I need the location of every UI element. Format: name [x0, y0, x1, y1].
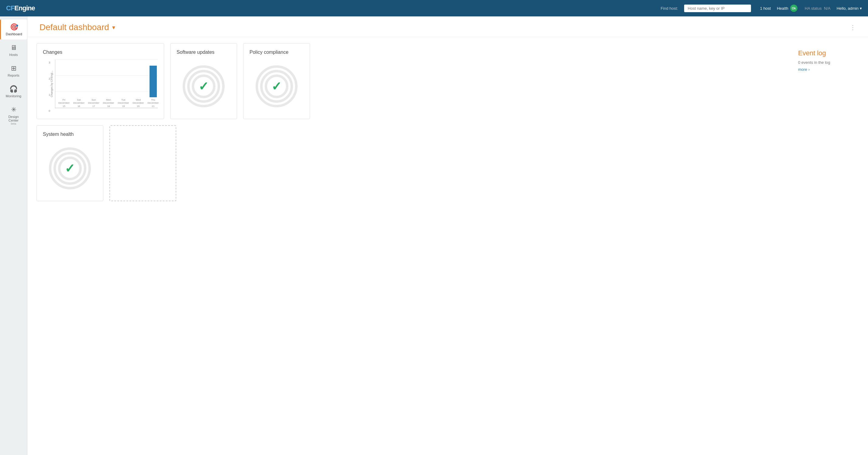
app-logo: CFEngine: [6, 4, 35, 12]
widgets-section: Changes Changes by CFEngi... 3 2: [36, 43, 783, 201]
widget-software-updates: Software updates ✓: [170, 43, 237, 119]
sidebar-item-label-design-center: Design Center: [3, 115, 24, 122]
page-title-dropdown[interactable]: ▾: [112, 24, 115, 31]
widget-policy-title: Policy compliance: [250, 50, 304, 55]
widget-placeholder: [110, 125, 176, 201]
chart-column: Mon December 18: [103, 97, 114, 108]
event-log-more[interactable]: more ›: [798, 67, 853, 72]
sidebar-item-label-dashboard: Dashboard: [6, 32, 22, 36]
reports-icon: ⊞: [11, 64, 17, 72]
chart-label: Sun December 17: [88, 98, 99, 108]
ha-status: HA status N/A: [804, 6, 831, 11]
beta-label: beta: [11, 122, 17, 125]
system-health-check-mark: ✓: [65, 161, 75, 175]
sidebar-item-monitoring[interactable]: 🎧 Monitoring: [0, 82, 27, 101]
sidebar-item-hosts[interactable]: 🖥 Hosts: [0, 40, 27, 60]
page-title[interactable]: Default dashboard ▾: [39, 23, 115, 32]
system-health-circle-container: ✓: [43, 142, 97, 195]
sidebar-item-reports[interactable]: ⊞ Reports: [0, 61, 27, 81]
chart-bar: [150, 66, 157, 97]
policy-circle-graphic: ✓: [255, 65, 298, 108]
event-log-more-arrow: ›: [808, 67, 810, 72]
chart-column: Tue December 19: [118, 97, 129, 108]
chart-label: Fri December 15: [58, 98, 70, 108]
health-label: Health: [777, 6, 788, 11]
software-circle-container: ✓: [177, 60, 231, 113]
event-log-title: Event log: [798, 49, 853, 57]
user-menu[interactable]: Hello, admin ▾: [837, 6, 862, 11]
find-host-label: Find host:: [661, 6, 678, 11]
host-count: 1 host: [760, 6, 771, 11]
chart-label: Sat December 16: [73, 98, 85, 108]
chart-label: Mon December 18: [103, 98, 114, 108]
dashboard-icon: 🎯: [10, 23, 18, 31]
top-navigation: CFEngine Find host: 1 host Health Ok HA …: [0, 0, 868, 17]
widget-system-health: System health ✓: [36, 125, 103, 201]
event-log-more-label: more: [798, 67, 807, 72]
widget-policy-compliance: Policy compliance ✓: [243, 43, 310, 119]
chart-label: Tue December 19: [118, 98, 129, 108]
widget-changes: Changes Changes by CFEngi... 3 2: [36, 43, 164, 119]
health-badge: Health Ok: [777, 5, 798, 12]
chart-column: Thu December 21: [147, 66, 159, 108]
main-content: Default dashboard ▾ ⋮ Changes Changes by…: [27, 17, 868, 455]
sidebar: 🎯 Dashboard 🖥 Hosts ⊞ Reports 🎧 Monitori…: [0, 17, 27, 455]
widgets-row-1: Changes Changes by CFEngi... 3 2: [36, 43, 783, 119]
chart-label: Wed December 20: [133, 98, 144, 108]
software-circle-graphic: ✓: [182, 65, 225, 108]
design-center-icon: ✳: [11, 106, 17, 114]
page-title-text: Default dashboard: [39, 23, 109, 32]
chart-y-label: Changes by CFEngi...: [50, 70, 53, 97]
sidebar-item-label-hosts: Hosts: [9, 53, 18, 57]
find-host-input[interactable]: [684, 5, 751, 12]
right-panel: Event log 0 events in the log more ›: [792, 43, 859, 201]
hosts-icon: 🖥: [10, 44, 17, 52]
widget-changes-title: Changes: [43, 50, 158, 55]
widgets-row-2: System health ✓: [36, 125, 783, 201]
chart-area: Changes by CFEngi... 3 2: [43, 60, 158, 108]
widget-system-health-title: System health: [43, 131, 97, 137]
chart-column: Sun December 17: [88, 97, 99, 108]
chart-column: Wed December 20: [133, 97, 144, 108]
policy-check-mark: ✓: [271, 79, 282, 93]
event-log-count: 0 events in the log: [798, 60, 853, 65]
system-health-circle-graphic: ✓: [49, 147, 91, 190]
software-check-mark: ✓: [198, 79, 209, 93]
widget-software-title: Software updates: [177, 50, 231, 55]
sidebar-item-design-center[interactable]: ✳ Design Center beta: [0, 102, 27, 129]
page-header: Default dashboard ▾ ⋮: [27, 17, 868, 37]
chart-column: Sat December 16: [73, 97, 85, 108]
sidebar-item-label-monitoring: Monitoring: [6, 94, 21, 98]
policy-circle-container: ✓: [250, 60, 304, 113]
sidebar-item-dashboard[interactable]: 🎯 Dashboard: [0, 20, 27, 39]
logo-cf: CF: [6, 4, 14, 12]
chart-column: Fri December 15: [58, 97, 70, 108]
content-body: Changes Changes by CFEngi... 3 2: [27, 37, 868, 207]
chart-label: Thu December 21: [147, 98, 159, 108]
monitoring-icon: 🎧: [9, 85, 18, 93]
logo-engine: Engine: [14, 4, 35, 12]
chart-bars: Fri December 15Sat December 16Sun Decemb…: [55, 60, 158, 108]
sidebar-item-label-reports: Reports: [8, 73, 20, 77]
page-options-button[interactable]: ⋮: [850, 24, 856, 31]
health-ok-badge: Ok: [790, 5, 798, 12]
chart-inner: 3 2 1 0: [55, 60, 158, 108]
